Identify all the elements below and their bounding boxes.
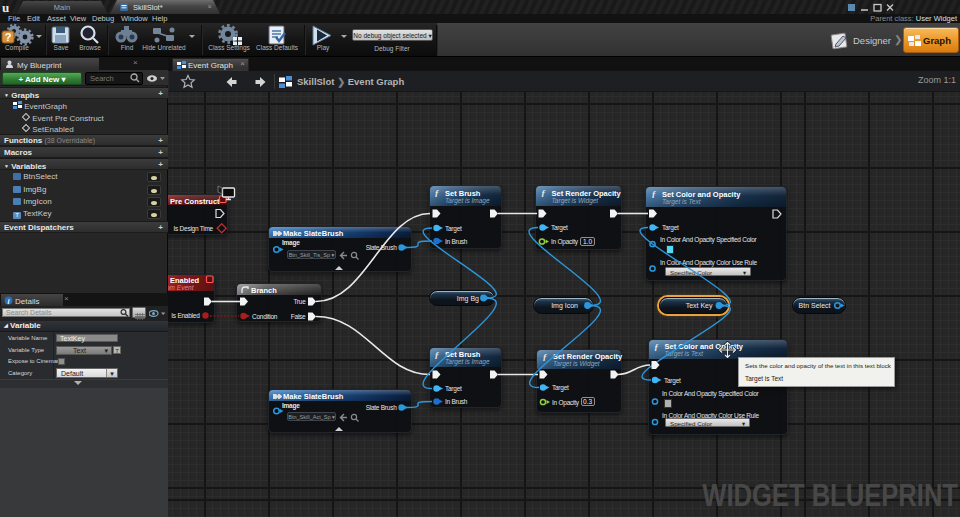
svg-text:?: ? <box>5 31 12 43</box>
svg-text:u: u <box>2 1 9 13</box>
